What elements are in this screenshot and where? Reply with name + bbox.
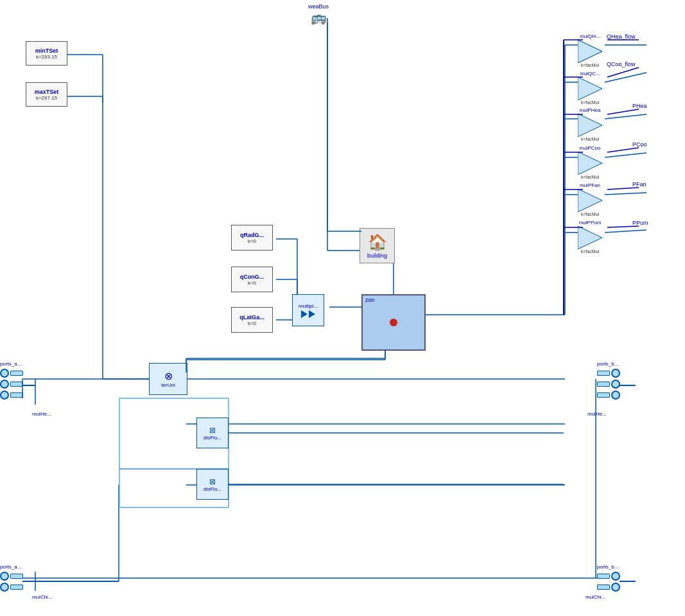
qcoo-flow-label: QCoo_flow <box>607 61 636 67</box>
port-arrow-b2 <box>10 585 23 590</box>
mulpfan-value: k=facMul <box>581 212 599 216</box>
mulphea-block[interactable]: mulPHea k=facMul <box>578 107 602 141</box>
port-circle-br1[interactable] <box>611 572 620 581</box>
mulphea-label: mulPHea <box>580 107 601 113</box>
disflo1-label: disFlo... <box>204 435 221 441</box>
svg-line-66 <box>607 148 639 152</box>
mintset-label: minTSet <box>35 48 58 54</box>
mulppum-label: mulPPum <box>579 220 602 225</box>
building-label: building <box>367 252 387 259</box>
zon-block[interactable]: zon <box>361 294 426 351</box>
mulqc-label: mulQC... <box>580 71 600 76</box>
svg-line-22 <box>605 153 646 157</box>
port-arrow-2 <box>10 382 23 387</box>
mulphea-value: k=facMul <box>581 137 599 141</box>
teruni-label: terUni <box>161 382 175 388</box>
phea-label: PHea <box>632 103 647 109</box>
mulqh-label: mulQH... <box>580 33 600 39</box>
svg-marker-43 <box>578 40 602 63</box>
multipl-label: multipl... <box>299 303 318 309</box>
ppum-label: PPum <box>632 220 648 226</box>
svg-line-67 <box>607 188 639 189</box>
port-circle-r3[interactable] <box>611 391 620 400</box>
mulppum-block[interactable]: mulPPum k=facMul <box>578 220 602 254</box>
svg-line-23 <box>605 193 646 195</box>
svg-marker-45 <box>578 114 602 137</box>
ports-b-bot-label: ports_b... <box>597 564 620 570</box>
mulpcoo-label: mulPCoo <box>580 145 601 151</box>
mulppum-value: k=facMul <box>581 249 599 254</box>
mintset-value: k=293.15 <box>36 54 57 60</box>
qlatga-value: k=0 <box>248 321 256 326</box>
ports-b-top-right: ports_b... <box>597 361 620 400</box>
pfan-label: PFan <box>632 181 646 188</box>
svg-line-24 <box>605 230 646 233</box>
port-arrow-1 <box>10 371 23 376</box>
port-circle-b1[interactable] <box>0 572 9 581</box>
svg-marker-44 <box>578 77 602 100</box>
port-arrow-br1 <box>597 574 610 579</box>
qlatga-label: qLatGa... <box>239 314 264 321</box>
qradg-label: qRadG... <box>240 232 264 238</box>
maxtset-value: k=297.15 <box>36 95 57 101</box>
qhea-flow-label: QHea_flow <box>607 33 636 40</box>
port-circle-br2[interactable] <box>611 583 620 592</box>
qcong-block[interactable]: qConG... k=0 <box>231 267 273 292</box>
mulchi-bot-right-label: mulChi... <box>585 594 606 600</box>
maxtset-block[interactable]: maxTSet k=297.15 <box>26 82 67 107</box>
qradg-block[interactable]: qRadG... k=0 <box>231 225 273 251</box>
mulpcoo-value: k=facMul <box>581 175 599 179</box>
mulhe-top-right-label: mulHe... <box>587 411 607 417</box>
port-circle-b2[interactable] <box>0 583 9 592</box>
mulqc-value: k=facMul <box>581 100 599 105</box>
port-circle-2[interactable] <box>0 380 9 389</box>
ports-a-bot-label: ports_a... <box>0 564 23 570</box>
weabus-label: weaBus <box>308 3 329 10</box>
svg-line-20 <box>605 73 646 82</box>
mintset-block[interactable]: minTSet k=293.15 <box>26 41 67 66</box>
svg-line-64 <box>607 67 639 77</box>
disflo2-label: disFlo... <box>204 486 221 492</box>
main-canvas: weaBus 🚌 minTSet k=293.15 maxTSet k=297.… <box>0 0 685 616</box>
svg-marker-47 <box>578 189 602 212</box>
svg-line-68 <box>607 226 639 227</box>
ports-b-bot-right: ports_b... <box>597 564 620 592</box>
maxtset-label: maxTSet <box>35 89 59 95</box>
mulhe-top-left-label: mulHe... <box>32 411 51 417</box>
port-arrow-r1 <box>597 371 610 376</box>
port-arrow-3 <box>10 392 23 398</box>
port-circle-r2[interactable] <box>611 380 620 389</box>
ports-a-top-left: ports_a... <box>0 361 23 400</box>
port-circle-3[interactable] <box>0 391 9 400</box>
mulqh-value: k=facMul <box>581 63 599 67</box>
mulqh-block[interactable]: mulQH... k=facMul <box>578 33 602 67</box>
svg-line-21 <box>605 114 646 119</box>
disflo1-block[interactable]: ⊠ disFlo... <box>196 418 229 448</box>
port-arrow-b1 <box>10 574 23 579</box>
ports-b-top-label: ports_b... <box>597 361 620 367</box>
port-arrow-br2 <box>597 585 610 590</box>
mulchi-bot-left-label: mulChi... <box>32 594 53 600</box>
qradg-value: k=0 <box>248 238 256 244</box>
mulpfan-block[interactable]: mulPFan k=facMul <box>578 182 602 216</box>
disflo2-block[interactable]: ⊠ disFlo... <box>196 469 229 500</box>
ports-a-bot-left: ports_a... <box>0 564 23 592</box>
pcoo-label: PCoo <box>632 141 647 148</box>
port-circle-r1[interactable] <box>611 369 620 378</box>
multipl-block[interactable]: multipl... <box>292 294 324 326</box>
building-block[interactable]: 🏠 building <box>360 228 395 263</box>
qcong-value: k=0 <box>248 280 256 286</box>
weabus-block[interactable]: weaBus 🚌 <box>308 3 329 25</box>
mulpcoo-block[interactable]: mulPCoo k=facMul <box>578 145 602 179</box>
zon-label: zon <box>365 297 375 303</box>
mulqc-block[interactable]: mulQC... k=facMul <box>578 71 602 105</box>
qlatga-block[interactable]: qLatGa... k=0 <box>231 307 273 333</box>
port-arrow-r2 <box>597 382 610 387</box>
svg-line-65 <box>607 109 639 114</box>
ports-a-top-label: ports_a... <box>0 361 23 367</box>
svg-marker-46 <box>578 152 602 175</box>
port-circle-1[interactable] <box>0 369 9 378</box>
port-arrow-r3 <box>597 392 610 398</box>
teruni-block[interactable]: ⊗ terUni <box>149 363 187 395</box>
mulpfan-label: mulPFan <box>580 182 600 188</box>
